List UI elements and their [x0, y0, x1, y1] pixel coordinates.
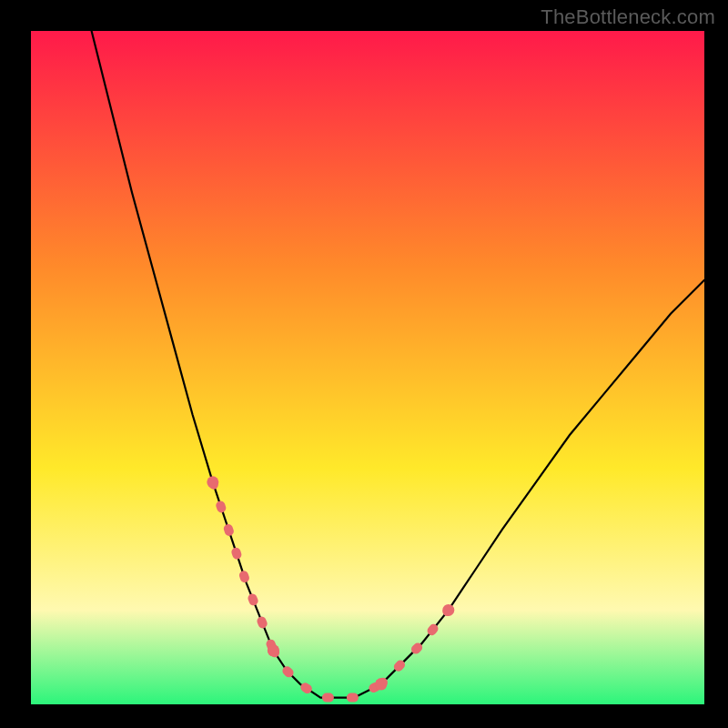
watermark-label: TheBottleneck.com	[541, 5, 715, 29]
plot-background	[31, 31, 704, 704]
overlay-dot	[375, 678, 387, 690]
bottleneck-plot	[31, 31, 704, 704]
overlay-dot	[268, 644, 279, 656]
overlay-dot	[442, 604, 454, 616]
chart-stage: TheBottleneck.com	[0, 0, 728, 728]
overlay-dot	[207, 476, 218, 488]
